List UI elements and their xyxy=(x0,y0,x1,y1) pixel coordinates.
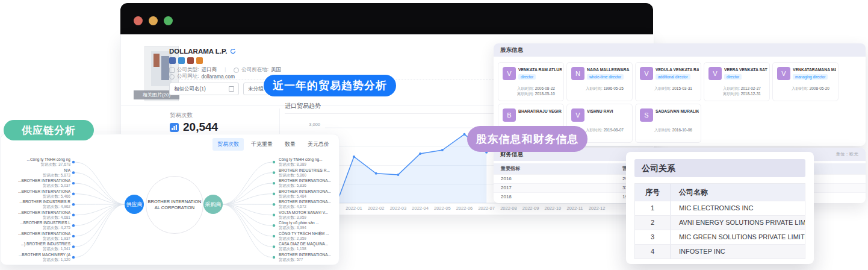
trade-count-row: 20,544 xyxy=(170,121,218,134)
trade-count: 贸易次数: 1,937 xyxy=(3,236,70,241)
company-name: Công ty cổ phần sản ... xyxy=(279,221,346,225)
social-icon-4[interactable] xyxy=(196,57,203,64)
tenure-dates: 入职时间: 2008-05-20 xyxy=(792,86,829,91)
finance-unit-label: 单位：欧元 xyxy=(836,148,859,161)
buyer-item: BROTHER INTERNATIONA...贸易次数: 4,672 xyxy=(279,199,346,209)
tenure-dates: 入职时间: 2019-08-07 xyxy=(586,127,624,133)
shareholder-name: VEDULA VENKATA RAM... xyxy=(656,68,699,72)
company-name: BROTHER INTERNATIONA... xyxy=(279,199,346,204)
window-maximize-button[interactable] xyxy=(164,16,173,25)
trade-count: 贸易次数: 3,959 xyxy=(279,215,346,220)
social-icon-2[interactable] xyxy=(178,57,185,64)
company-name: Công ty TNHH công ng... xyxy=(3,157,70,162)
center-company-node[interactable]: BROTHER INTERNATION AL CORPORATION xyxy=(146,176,203,234)
tab-quantity[interactable]: 数量 xyxy=(280,138,300,151)
svg-text:2022-04: 2022-04 xyxy=(412,206,429,211)
tab-kg-weight[interactable]: 千克重量 xyxy=(246,138,277,151)
window-minimize-button[interactable] xyxy=(149,16,158,25)
shareholder-card: V VEERA VENKATA SATYA... director 入职时间: … xyxy=(704,62,770,101)
trade-count: 贸易次数: 4,962 xyxy=(3,204,70,209)
trade-count: 贸易次数: 3,394 xyxy=(279,225,346,230)
window-close-button[interactable] xyxy=(134,16,143,25)
shareholder-finance-badge: 股东信息和财务信息 xyxy=(467,126,587,152)
relations-row: 4INFOSTEP INC xyxy=(635,244,805,259)
trade-count: 贸易次数: 4,681 xyxy=(3,215,70,220)
social-icon-3[interactable] xyxy=(187,57,194,64)
supplier-item: BROTHER INTERNATIONA...贸易次数: 4,681 xyxy=(3,210,70,220)
shareholder-name: SADASIVAN MURALIKR... xyxy=(656,109,699,113)
similar-company-select[interactable]: 相似公司名(1) xyxy=(169,83,239,95)
svg-text:2022-12: 2022-12 xyxy=(589,206,606,211)
supplier-item: BROTHER INDUSTRIES R...贸易次数: 4,962 xyxy=(3,199,70,209)
role-badge: whole-time director xyxy=(587,74,624,80)
svg-text:2022-08: 2022-08 xyxy=(500,206,517,211)
trade-count: 贸易次数: 577 xyxy=(279,257,346,262)
shareholder-card: S SADASIVAN MURALIKR... 入职时间: 2016-10-06 xyxy=(635,104,701,143)
shareholder-card: V VENKATARAMANA MAG... managing director… xyxy=(772,62,839,101)
trade-count: 贸易次数: 8,389 xyxy=(279,162,346,167)
avatar: V xyxy=(708,67,722,80)
company-website-value[interactable]: dollarama.com xyxy=(201,74,235,80)
shareholder-name: BHARATIRAJU VEGIRAJU xyxy=(518,109,562,113)
avatar: V xyxy=(640,67,653,80)
social-icons-row xyxy=(169,57,203,64)
svg-text:2022-02: 2022-02 xyxy=(368,206,385,211)
company-name: BROTHER INTERNATIONA... xyxy=(3,189,70,194)
trade-count: 贸易次数: 4,672 xyxy=(279,204,346,209)
company-name: BROTHER INTERNATIONA... xyxy=(3,231,70,236)
relations-row: 1MIC ELECTRONICS INC xyxy=(635,201,805,215)
svg-text:2022-06: 2022-06 xyxy=(456,206,473,211)
trade-count: 贸易次数: 5,860 xyxy=(279,173,346,178)
buyer-item: BROTHER INDUSTRIES R...贸易次数: 5,860 xyxy=(279,168,346,178)
supply-chain-panel: 贸易次数 千克重量 数量 美元总价 BROTHER INTERNATION AL… xyxy=(0,134,339,265)
svg-text:2022-10: 2022-10 xyxy=(545,206,562,211)
company-name: BROTHER INTERNATIONA... xyxy=(3,210,70,215)
avatar: S xyxy=(640,108,653,122)
company-name: CÔNG TY TRÁCH NHIỆM ... xyxy=(279,231,346,236)
trade-count: 贸易次数: 1,541 xyxy=(3,246,70,251)
buyer-item: CASA DIAZ DE MAQUINA...贸易次数: 1,158 xyxy=(279,242,346,251)
social-icon-1[interactable] xyxy=(169,57,176,64)
trade-count: 贸易次数: 5,873 xyxy=(3,173,70,178)
supplier-item: BROTHER MACHINERY (A...贸易次数: 1,120 xyxy=(3,253,70,262)
tenure-dates: 入职时间: 2012-02-27 离职时间: 2018-12-31 xyxy=(723,86,761,96)
shareholder-card: V VEDULA VENKATA RAM... additional direc… xyxy=(635,62,701,101)
svg-text:2022-03: 2022-03 xyxy=(390,206,407,211)
trade-count: 贸易次数: 1,120 xyxy=(3,257,70,262)
center-company-line2: AL CORPORATION xyxy=(155,205,194,211)
buyer-item: CÔNG TY TRÁCH NHIỆM ...贸易次数: 2,359 xyxy=(279,231,346,241)
company-name: BROTHER INTERNATIONA... xyxy=(279,189,346,194)
company-name: Công ty TNHH công ng... xyxy=(279,157,346,162)
trend-analysis-badge: 近一年的贸易趋势分析 xyxy=(264,75,396,96)
avatar: N xyxy=(571,67,584,80)
svg-text:2022-01: 2022-01 xyxy=(346,206,362,211)
relations-table-header: 序号 公司名称 xyxy=(635,184,805,201)
refresh-icon[interactable] xyxy=(230,48,236,54)
company-name: BROTHER INTERNATIONA... xyxy=(279,178,346,183)
company-name: BROTHER INDUSTRIES R... xyxy=(3,199,70,204)
relations-row: 2AVNI ENERGY SOLUTIONS PRIVATE LIMITED xyxy=(635,215,805,230)
role-badge: managing director xyxy=(793,74,828,80)
tenure-dates: 入职时间: 2016-10-06 xyxy=(654,127,692,133)
trade-count: 贸易次数: 4,275 xyxy=(3,225,70,230)
company-type-icon xyxy=(169,68,175,73)
trade-count: 贸易次数: 5,037 xyxy=(3,183,70,188)
buyer-item: BROTHER INTERNATIONA...贸易次数: 5,836 xyxy=(279,178,346,188)
tab-trade-count[interactable]: 贸易次数 xyxy=(212,138,244,151)
buyer-item: Công ty cổ phần sản ...贸易次数: 3,394 xyxy=(279,221,346,230)
relations-panel-title: 公司关系 xyxy=(634,159,805,177)
supply-chain-badge: 供应链分析 xyxy=(4,120,94,140)
supplier-item: BROTHER INDUSTRIES (...贸易次数: 1,541 xyxy=(3,242,70,251)
tenure-dates: 入职时间: 2006-08-22 离职时间: 2018-05-10 xyxy=(517,86,555,96)
supplier-node[interactable]: 供应商 xyxy=(125,195,144,214)
trade-count: 贸易次数: 37,678 xyxy=(3,162,70,167)
tab-usd-total[interactable]: 美元总价 xyxy=(303,138,334,151)
company-location-value: 美国 xyxy=(271,66,281,74)
shareholder-name: VENKATARAMANA MAG... xyxy=(793,68,836,72)
buyer-node[interactable]: 采购商 xyxy=(203,195,223,214)
center-company-line1: BROTHER INTERNATION xyxy=(147,199,201,205)
company-name: BROTHER INDUSTRIES (... xyxy=(3,242,70,246)
tenure-dates: 入职时间: 1996-05-25 xyxy=(586,86,624,91)
company-relations-panel: 公司关系 序号 公司名称 1MIC ELECTRONICS INC 2AVNI … xyxy=(626,152,814,264)
company-name: BROTHER INTERNATIONA... xyxy=(279,253,346,257)
